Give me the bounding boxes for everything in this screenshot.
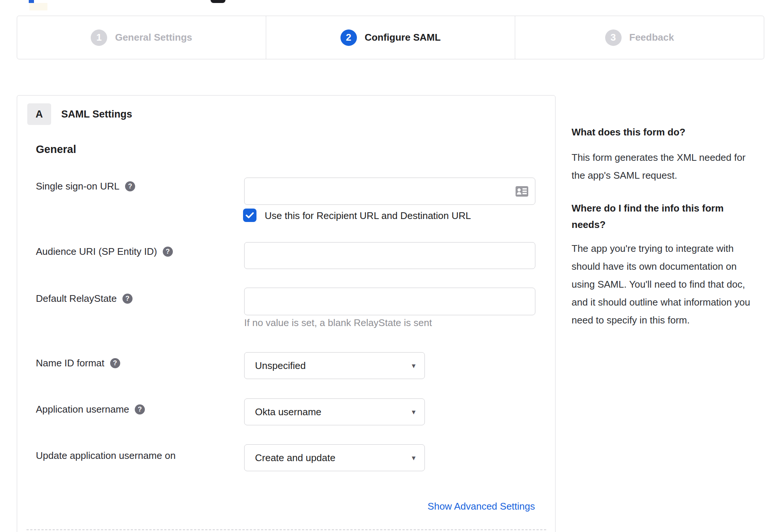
section-a-badge: A	[27, 103, 51, 125]
audience-uri-label: Audience URI (SP Entity ID) ?	[36, 245, 173, 257]
nameid-format-label: Name ID format ?	[36, 357, 120, 369]
nameid-format-value: Unspecified	[255, 360, 306, 372]
sso-url-input[interactable]	[245, 178, 535, 204]
help-answer-1: This form generates the XML needed for t…	[572, 148, 759, 184]
wizard-stepper: 1 General Settings 2 Configure SAML 3 Fe…	[17, 16, 764, 59]
cut-off-highlight-fragment	[29, 3, 47, 10]
relaystate-label: Default RelayState ?	[36, 292, 133, 304]
update-username-select[interactable]: Create and update ▾	[244, 444, 425, 471]
step-number-badge: 1	[91, 29, 107, 46]
check-icon	[246, 212, 254, 219]
nameid-format-label-text: Name ID format	[36, 357, 105, 369]
sso-url-label-text: Single sign-on URL	[36, 180, 119, 192]
app-username-label-text: Application username	[36, 403, 129, 415]
app-username-label: Application username ?	[36, 403, 145, 415]
audience-uri-input[interactable]	[245, 242, 535, 269]
relaystate-label-text: Default RelayState	[36, 292, 117, 304]
section-title: SAML Settings	[61, 109, 132, 120]
app-username-select[interactable]: Okta username ▾	[244, 398, 425, 425]
recipient-url-checkbox-label: Use this for Recipient URL and Destinati…	[265, 209, 471, 222]
relaystate-hint: If no value is set, a blank RelayState i…	[244, 317, 432, 329]
cut-off-blue-fragment	[29, 0, 34, 3]
sso-url-label: Single sign-on URL ?	[36, 180, 135, 192]
step-number-badge: 3	[605, 29, 622, 46]
group-title-general: General	[36, 143, 76, 156]
update-username-label-text: Update application username on	[36, 450, 175, 461]
app-username-value: Okta username	[255, 406, 321, 418]
help-icon[interactable]: ?	[125, 181, 135, 191]
help-icon[interactable]: ?	[122, 294, 133, 304]
step-configure-saml[interactable]: 2 Configure SAML	[266, 16, 515, 59]
sso-url-input-box	[244, 178, 535, 205]
update-username-value: Create and update	[255, 452, 335, 464]
relaystate-input[interactable]	[245, 288, 535, 315]
recipient-url-checkbox[interactable]	[243, 209, 256, 222]
help-answer-2: The app you're trying to integrate with …	[572, 240, 759, 329]
audience-uri-input-box	[244, 242, 535, 269]
help-icon[interactable]: ?	[135, 404, 145, 414]
contact-card-icon	[516, 186, 528, 197]
section-dashed-divider	[27, 529, 546, 530]
step-label: Configure SAML	[365, 32, 441, 43]
step-feedback[interactable]: 3 Feedback	[515, 16, 764, 59]
help-question-2: Where do I find the info this form needs…	[572, 200, 759, 233]
update-username-label: Update application username on	[36, 450, 175, 461]
step-label: Feedback	[629, 32, 674, 43]
help-question-1: What does this form do?	[572, 124, 759, 140]
step-label: General Settings	[115, 32, 192, 43]
relaystate-input-box	[244, 288, 535, 315]
saml-settings-card: A SAML Settings General Single sign-on U…	[17, 95, 556, 532]
chevron-down-icon: ▾	[412, 361, 416, 370]
show-advanced-settings-link[interactable]: Show Advanced Settings	[427, 501, 535, 512]
step-general-settings[interactable]: 1 General Settings	[17, 16, 266, 59]
help-icon[interactable]: ?	[110, 358, 120, 368]
help-icon[interactable]: ?	[163, 247, 173, 257]
audience-uri-label-text: Audience URI (SP Entity ID)	[36, 245, 157, 257]
help-panel: What does this form do? This form genera…	[572, 120, 759, 329]
cut-off-icon-fragment	[211, 0, 225, 3]
nameid-format-select[interactable]: Unspecified ▾	[244, 352, 425, 379]
step-number-badge: 2	[340, 29, 357, 46]
chevron-down-icon: ▾	[412, 453, 416, 462]
chevron-down-icon: ▾	[412, 407, 416, 416]
